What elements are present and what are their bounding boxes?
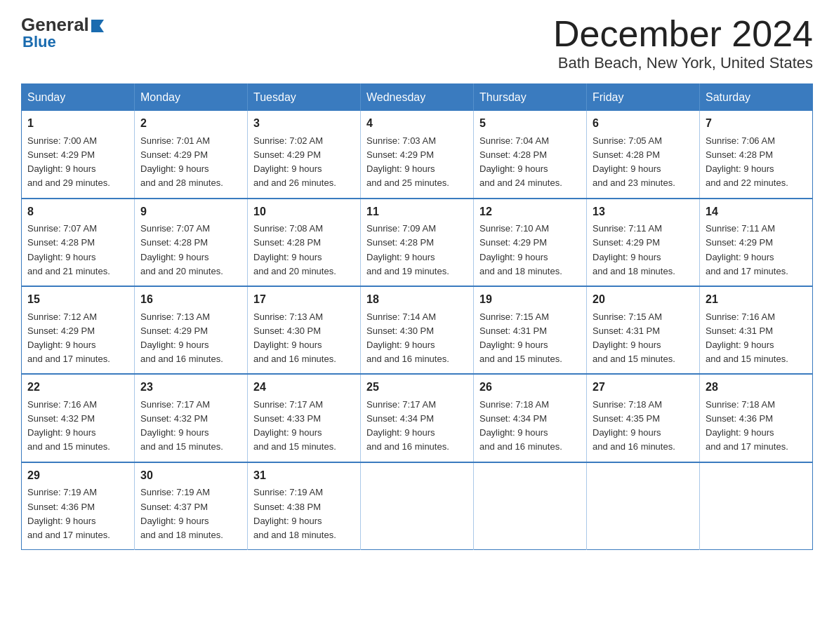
sunset-text: Sunset: 4:32 PM bbox=[27, 413, 95, 424]
calendar-week-row: 8Sunrise: 7:07 AMSunset: 4:28 PMDaylight… bbox=[22, 199, 813, 286]
calendar-cell: 26Sunrise: 7:18 AMSunset: 4:34 PMDayligh… bbox=[474, 374, 587, 462]
daylight-text: Daylight: 9 hours bbox=[366, 252, 435, 262]
calendar-cell: 21Sunrise: 7:16 AMSunset: 4:31 PMDayligh… bbox=[700, 286, 813, 374]
calendar-cell: 24Sunrise: 7:17 AMSunset: 4:33 PMDayligh… bbox=[248, 374, 361, 462]
weekday-header-wednesday: Wednesday bbox=[361, 84, 474, 112]
sunset-text: Sunset: 4:28 PM bbox=[479, 149, 547, 160]
day-number: 18 bbox=[366, 291, 468, 309]
calendar-cell: 16Sunrise: 7:13 AMSunset: 4:29 PMDayligh… bbox=[135, 286, 248, 374]
sunset-text: Sunset: 4:36 PM bbox=[706, 413, 773, 424]
calendar-week-row: 29Sunrise: 7:19 AMSunset: 4:36 PMDayligh… bbox=[22, 462, 813, 550]
sunset-text: Sunset: 4:29 PM bbox=[140, 149, 208, 160]
calendar-cell: 12Sunrise: 7:10 AMSunset: 4:29 PMDayligh… bbox=[474, 199, 587, 286]
daylight-minutes-text: and and 23 minutes. bbox=[593, 177, 675, 188]
sunrise-text: Sunrise: 7:02 AM bbox=[253, 135, 323, 146]
daylight-minutes-text: and and 28 minutes. bbox=[140, 177, 223, 188]
sunset-text: Sunset: 4:34 PM bbox=[366, 413, 434, 424]
daylight-minutes-text: and and 18 minutes. bbox=[479, 266, 562, 276]
daylight-text: Daylight: 9 hours bbox=[593, 427, 661, 438]
sunset-text: Sunset: 4:29 PM bbox=[27, 326, 95, 336]
day-number: 13 bbox=[593, 203, 694, 221]
daylight-text: Daylight: 9 hours bbox=[253, 340, 322, 350]
sunset-text: Sunset: 4:34 PM bbox=[479, 413, 547, 424]
sunset-text: Sunset: 4:28 PM bbox=[253, 237, 321, 248]
daylight-text: Daylight: 9 hours bbox=[479, 340, 548, 350]
location-title: Bath Beach, New York, United States bbox=[553, 54, 813, 72]
daylight-minutes-text: and and 16 minutes. bbox=[366, 354, 449, 364]
sunset-text: Sunset: 4:28 PM bbox=[366, 237, 434, 248]
sunset-text: Sunset: 4:35 PM bbox=[593, 413, 660, 424]
sunset-text: Sunset: 4:30 PM bbox=[253, 326, 321, 336]
day-number: 3 bbox=[253, 115, 355, 133]
daylight-text: Daylight: 9 hours bbox=[479, 252, 548, 262]
daylight-text: Daylight: 9 hours bbox=[27, 252, 96, 262]
sunrise-text: Sunrise: 7:13 AM bbox=[140, 311, 210, 322]
calendar-cell: 5Sunrise: 7:04 AMSunset: 4:28 PMDaylight… bbox=[474, 111, 587, 198]
calendar-week-row: 15Sunrise: 7:12 AMSunset: 4:29 PMDayligh… bbox=[22, 286, 813, 374]
sunrise-text: Sunrise: 7:17 AM bbox=[366, 399, 436, 410]
daylight-text: Daylight: 9 hours bbox=[140, 427, 209, 438]
day-number: 6 bbox=[593, 115, 694, 133]
daylight-text: Daylight: 9 hours bbox=[706, 340, 774, 350]
calendar-cell bbox=[474, 462, 587, 550]
daylight-text: Daylight: 9 hours bbox=[27, 427, 96, 438]
sunrise-text: Sunrise: 7:19 AM bbox=[27, 487, 97, 497]
daylight-minutes-text: and and 15 minutes. bbox=[140, 441, 223, 452]
day-number: 21 bbox=[706, 291, 807, 309]
title-section: December 2024 Bath Beach, New York, Unit… bbox=[553, 14, 813, 72]
sunset-text: Sunset: 4:28 PM bbox=[706, 149, 773, 160]
sunset-text: Sunset: 4:29 PM bbox=[706, 237, 773, 248]
sunrise-text: Sunrise: 7:16 AM bbox=[27, 399, 97, 410]
daylight-text: Daylight: 9 hours bbox=[706, 252, 774, 262]
calendar-week-row: 22Sunrise: 7:16 AMSunset: 4:32 PMDayligh… bbox=[22, 374, 813, 462]
sunset-text: Sunset: 4:37 PM bbox=[140, 502, 208, 512]
page-header: General Blue December 2024 Bath Beach, N… bbox=[21, 14, 813, 72]
sunrise-text: Sunrise: 7:19 AM bbox=[253, 487, 323, 497]
sunrise-text: Sunrise: 7:06 AM bbox=[706, 135, 775, 146]
sunset-text: Sunset: 4:31 PM bbox=[706, 326, 773, 336]
weekday-header-tuesday: Tuesday bbox=[248, 84, 361, 112]
sunset-text: Sunset: 4:32 PM bbox=[140, 413, 208, 424]
day-number: 19 bbox=[479, 291, 581, 309]
daylight-minutes-text: and and 19 minutes. bbox=[366, 266, 449, 276]
sunset-text: Sunset: 4:33 PM bbox=[253, 413, 321, 424]
daylight-minutes-text: and and 16 minutes. bbox=[593, 441, 675, 452]
weekday-header-saturday: Saturday bbox=[700, 84, 813, 112]
sunrise-text: Sunrise: 7:14 AM bbox=[366, 311, 436, 322]
daylight-text: Daylight: 9 hours bbox=[253, 163, 322, 174]
sunset-text: Sunset: 4:31 PM bbox=[593, 326, 660, 336]
calendar-cell: 31Sunrise: 7:19 AMSunset: 4:38 PMDayligh… bbox=[248, 462, 361, 550]
day-number: 31 bbox=[253, 467, 355, 485]
daylight-text: Daylight: 9 hours bbox=[140, 252, 209, 262]
weekday-header-thursday: Thursday bbox=[474, 84, 587, 112]
daylight-minutes-text: and and 29 minutes. bbox=[27, 177, 110, 188]
day-number: 23 bbox=[140, 379, 241, 396]
sunrise-text: Sunrise: 7:18 AM bbox=[706, 399, 775, 410]
sunrise-text: Sunrise: 7:07 AM bbox=[140, 223, 210, 234]
sunset-text: Sunset: 4:29 PM bbox=[366, 149, 434, 160]
daylight-text: Daylight: 9 hours bbox=[706, 427, 774, 438]
sunset-text: Sunset: 4:38 PM bbox=[253, 502, 321, 512]
sunset-text: Sunset: 4:28 PM bbox=[27, 237, 95, 248]
day-number: 4 bbox=[366, 115, 468, 133]
sunrise-text: Sunrise: 7:17 AM bbox=[253, 399, 323, 410]
day-number: 25 bbox=[366, 379, 468, 396]
day-number: 29 bbox=[27, 467, 128, 485]
sunset-text: Sunset: 4:30 PM bbox=[366, 326, 434, 336]
sunrise-text: Sunrise: 7:13 AM bbox=[253, 311, 323, 322]
daylight-minutes-text: and and 20 minutes. bbox=[140, 266, 223, 276]
day-number: 20 bbox=[593, 291, 694, 309]
day-number: 11 bbox=[366, 203, 468, 221]
day-number: 5 bbox=[479, 115, 581, 133]
daylight-minutes-text: and and 17 minutes. bbox=[27, 530, 110, 540]
daylight-minutes-text: and and 16 minutes. bbox=[479, 441, 562, 452]
daylight-text: Daylight: 9 hours bbox=[366, 427, 435, 438]
day-number: 24 bbox=[253, 379, 355, 396]
sunset-text: Sunset: 4:29 PM bbox=[253, 149, 321, 160]
sunset-text: Sunset: 4:29 PM bbox=[479, 237, 547, 248]
weekday-header-row: SundayMondayTuesdayWednesdayThursdayFrid… bbox=[22, 84, 813, 112]
daylight-text: Daylight: 9 hours bbox=[479, 427, 548, 438]
sunset-text: Sunset: 4:31 PM bbox=[479, 326, 547, 336]
sunrise-text: Sunrise: 7:08 AM bbox=[253, 223, 323, 234]
sunset-text: Sunset: 4:28 PM bbox=[593, 149, 660, 160]
